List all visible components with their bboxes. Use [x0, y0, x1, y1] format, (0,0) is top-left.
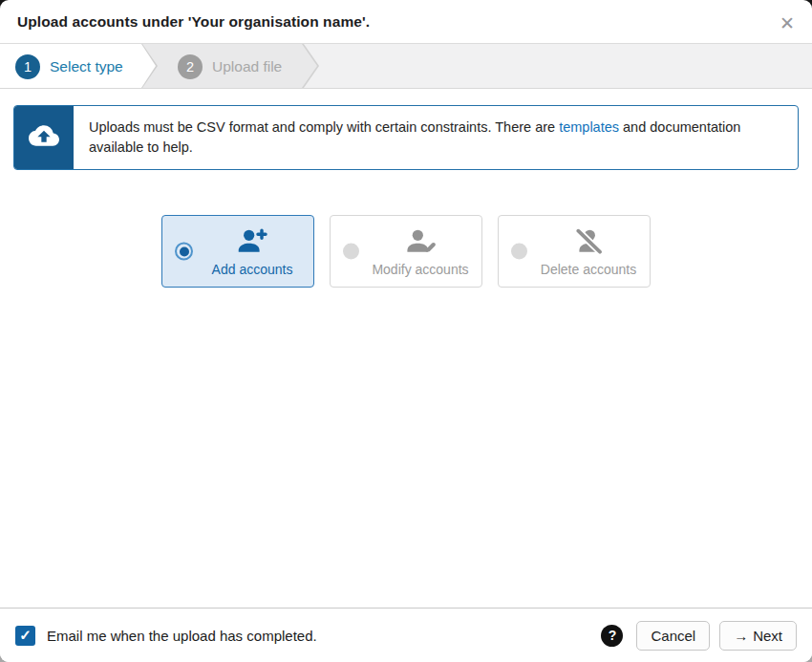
step1-label: Select type: [50, 58, 123, 75]
modify-accounts-body: Modify accounts: [361, 216, 480, 287]
info-banner: Uploads must be CSV format and comply wi…: [13, 105, 799, 170]
dialog-header: Upload accounts under 'Your organisation…: [0, 0, 812, 44]
banner-text-start: Uploads must be CSV format and comply wi…: [89, 119, 559, 135]
person-slash-icon: [569, 226, 608, 257]
cancel-button[interactable]: Cancel: [636, 621, 710, 651]
add-accounts-label: Add accounts: [212, 262, 293, 277]
arrow-right-icon: →: [734, 628, 748, 644]
email-me-checkbox-label[interactable]: Email me when the upload has completed.: [47, 628, 317, 644]
radio-delete-accounts[interactable]: [511, 244, 527, 260]
next-button[interactable]: → Next: [719, 621, 797, 651]
radio-modify-accounts[interactable]: [343, 244, 359, 260]
dialog-title: Upload accounts under 'Your organisation…: [17, 13, 370, 31]
upload-type-options: Add accounts Modify accounts: [0, 215, 812, 288]
cloud-upload-icon: [29, 120, 59, 155]
step-select-type[interactable]: 1 Select type: [15, 44, 123, 89]
step1-number-badge: 1: [15, 54, 40, 79]
step-wizard: 1 Select type 2 Upload file: [0, 44, 812, 89]
modify-accounts-label: Modify accounts: [372, 262, 468, 277]
delete-accounts-body: Delete accounts: [529, 216, 648, 287]
add-accounts-body: Add accounts: [193, 216, 311, 287]
radio-add-accounts[interactable]: [175, 243, 193, 261]
person-plus-icon: [233, 226, 271, 257]
email-me-checkbox[interactable]: ✓: [15, 626, 35, 646]
templates-link[interactable]: templates: [559, 119, 619, 135]
cancel-button-label: Cancel: [651, 628, 695, 644]
delete-accounts-label: Delete accounts: [541, 262, 636, 277]
upload-accounts-dialog: Upload accounts under 'Your organisation…: [0, 0, 812, 662]
next-button-label: Next: [753, 628, 782, 644]
step2-label: Upload file: [212, 58, 282, 75]
close-icon[interactable]: ✕: [774, 10, 801, 36]
banner-icon-block: [14, 106, 74, 169]
step-upload-file[interactable]: 2 Upload file: [178, 44, 282, 89]
person-pencil-icon: [401, 226, 439, 257]
option-delete-accounts[interactable]: Delete accounts: [498, 215, 651, 288]
step2-number-badge: 2: [178, 54, 203, 79]
help-icon[interactable]: ?: [601, 625, 623, 647]
dialog-footer: ✓ Email me when the upload has completed…: [0, 608, 812, 662]
option-modify-accounts[interactable]: Modify accounts: [330, 215, 482, 288]
banner-text: Uploads must be CSV format and comply wi…: [74, 106, 798, 169]
option-add-accounts[interactable]: Add accounts: [161, 215, 314, 288]
